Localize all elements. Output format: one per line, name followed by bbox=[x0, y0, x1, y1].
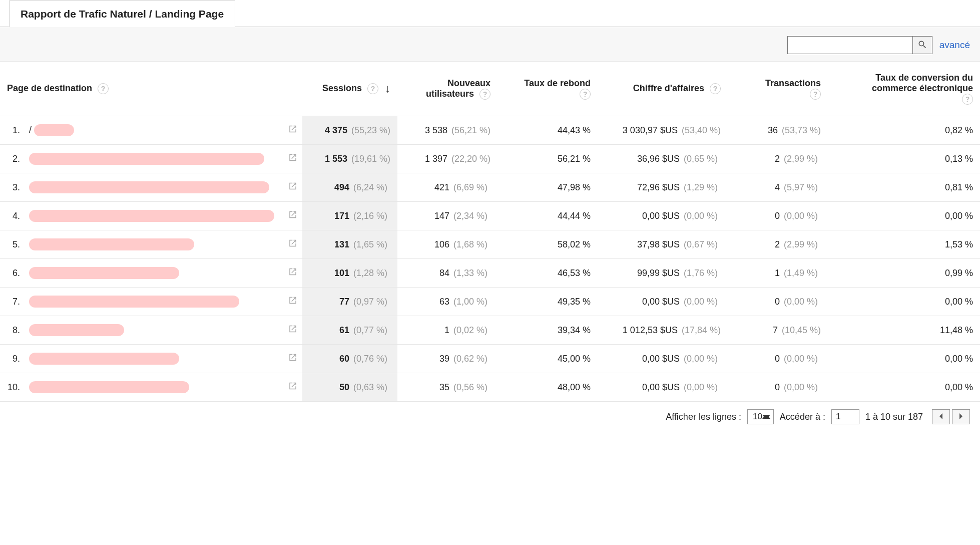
sort-descending-icon: ↓ bbox=[385, 82, 390, 95]
landing-page-cell[interactable]: / bbox=[22, 116, 302, 145]
open-external-icon[interactable] bbox=[288, 153, 297, 165]
prev-page-button[interactable] bbox=[932, 409, 950, 424]
redacted-path bbox=[34, 124, 74, 136]
col-new-users[interactable]: Nouveaux utilisateurs ? bbox=[397, 62, 498, 116]
transactions-cell: 0(0,00 %) bbox=[728, 288, 828, 316]
new-users-cell: 147(2,34 %) bbox=[397, 202, 498, 230]
landing-page-cell[interactable] bbox=[22, 288, 302, 316]
new-users-cell: 106(1,68 %) bbox=[397, 230, 498, 259]
open-external-icon[interactable] bbox=[288, 267, 297, 279]
col-landing-page[interactable]: Page de destination ? bbox=[0, 62, 302, 116]
search-input[interactable] bbox=[787, 36, 912, 54]
table-row[interactable]: 10.50(0,63 %)35(0,56 %)48,00 %0,00 $US(0… bbox=[0, 373, 980, 402]
landing-page-cell[interactable] bbox=[22, 230, 302, 259]
redacted-path bbox=[29, 238, 194, 250]
rows-per-page-select[interactable]: 10 bbox=[747, 409, 774, 424]
transactions-cell: 2(2,99 %) bbox=[728, 145, 828, 173]
redacted-path bbox=[29, 353, 179, 365]
row-index: 8. bbox=[0, 316, 22, 345]
landing-page-cell[interactable] bbox=[22, 173, 302, 202]
next-page-button[interactable] bbox=[952, 409, 970, 424]
landing-page-cell[interactable] bbox=[22, 316, 302, 345]
row-index: 9. bbox=[0, 345, 22, 373]
table-row[interactable]: 9.60(0,76 %)39(0,62 %)45,00 %0,00 $US(0,… bbox=[0, 345, 980, 373]
sessions-cell: 77(0,97 %) bbox=[302, 288, 397, 316]
help-icon[interactable]: ? bbox=[367, 83, 378, 94]
table-row[interactable]: 3.494(6,24 %)421(6,69 %)47,98 %72,96 $US… bbox=[0, 173, 980, 202]
revenue-cell: 0,00 $US(0,00 %) bbox=[598, 288, 728, 316]
table-row[interactable]: 4.171(2,16 %)147(2,34 %)44,44 %0,00 $US(… bbox=[0, 202, 980, 230]
redacted-path bbox=[29, 381, 189, 393]
help-icon[interactable]: ? bbox=[580, 89, 591, 100]
col-sessions[interactable]: Sessions ? ↓ bbox=[302, 62, 397, 116]
sessions-cell: 101(1,28 %) bbox=[302, 259, 397, 288]
sessions-cell: 50(0,63 %) bbox=[302, 373, 397, 402]
redacted-path bbox=[29, 181, 269, 193]
help-icon[interactable]: ? bbox=[962, 94, 973, 105]
bounce-rate-cell: 58,02 % bbox=[498, 230, 598, 259]
bounce-rate-cell: 47,98 % bbox=[498, 173, 598, 202]
col-transactions[interactable]: Transactions ? bbox=[728, 62, 828, 116]
new-users-cell: 84(1,33 %) bbox=[397, 259, 498, 288]
transactions-cell: 0(0,00 %) bbox=[728, 202, 828, 230]
ecom-cr-cell: 0,00 % bbox=[828, 373, 980, 402]
row-index: 1. bbox=[0, 116, 22, 145]
revenue-cell: 3 030,97 $US(53,40 %) bbox=[598, 116, 728, 145]
transactions-cell: 2(2,99 %) bbox=[728, 230, 828, 259]
table-row[interactable]: 1./ 4 375(55,23 %)3 538(56,21 %)44,43 %3… bbox=[0, 116, 980, 145]
open-external-icon[interactable] bbox=[288, 125, 297, 136]
table-row[interactable]: 5.131(1,65 %)106(1,68 %)58,02 %37,98 $US… bbox=[0, 230, 980, 259]
sessions-cell: 171(2,16 %) bbox=[302, 202, 397, 230]
landing-page-cell[interactable] bbox=[22, 373, 302, 402]
show-rows-label: Afficher les lignes : bbox=[666, 412, 741, 422]
tab-bar: Rapport de Trafic Naturel / Landing Page bbox=[0, 0, 980, 27]
col-ecom-cr[interactable]: Taux de conversion du commerce électroni… bbox=[828, 62, 980, 116]
ecom-cr-cell: 0,00 % bbox=[828, 202, 980, 230]
new-users-cell: 35(0,56 %) bbox=[397, 373, 498, 402]
active-tab[interactable]: Rapport de Trafic Naturel / Landing Page bbox=[9, 1, 235, 27]
revenue-cell: 0,00 $US(0,00 %) bbox=[598, 373, 728, 402]
help-icon[interactable]: ? bbox=[479, 89, 491, 100]
landing-page-cell[interactable] bbox=[22, 145, 302, 173]
table-row[interactable]: 8.61(0,77 %)1(0,02 %)39,34 %1 012,53 $US… bbox=[0, 316, 980, 345]
goto-input[interactable] bbox=[831, 409, 859, 424]
help-icon[interactable]: ? bbox=[710, 83, 721, 94]
open-external-icon[interactable] bbox=[288, 382, 297, 393]
chevron-right-icon bbox=[958, 413, 963, 421]
open-external-icon[interactable] bbox=[288, 325, 297, 336]
table-row[interactable]: 2.1 553(19,61 %)1 397(22,20 %)56,21 %36,… bbox=[0, 145, 980, 173]
search-button[interactable] bbox=[912, 36, 932, 54]
revenue-cell: 0,00 $US(0,00 %) bbox=[598, 202, 728, 230]
sessions-cell: 131(1,65 %) bbox=[302, 230, 397, 259]
sessions-cell: 494(6,24 %) bbox=[302, 173, 397, 202]
sessions-cell: 61(0,77 %) bbox=[302, 316, 397, 345]
revenue-cell: 1 012,53 $US(17,84 %) bbox=[598, 316, 728, 345]
landing-page-cell[interactable] bbox=[22, 345, 302, 373]
table-row[interactable]: 7.77(0,97 %)63(1,00 %)49,35 %0,00 $US(0,… bbox=[0, 288, 980, 316]
bounce-rate-cell: 48,00 % bbox=[498, 373, 598, 402]
landing-page-cell[interactable] bbox=[22, 202, 302, 230]
row-index: 6. bbox=[0, 259, 22, 288]
col-bounce-rate[interactable]: Taux de rebond ? bbox=[498, 62, 598, 116]
open-external-icon[interactable] bbox=[288, 353, 297, 365]
ecom-cr-cell: 0,13 % bbox=[828, 145, 980, 173]
chevron-left-icon bbox=[938, 413, 943, 421]
open-external-icon[interactable] bbox=[288, 296, 297, 308]
new-users-cell: 3 538(56,21 %) bbox=[397, 116, 498, 145]
open-external-icon[interactable] bbox=[288, 182, 297, 193]
bounce-rate-cell: 44,43 % bbox=[498, 116, 598, 145]
transactions-cell: 7(10,45 %) bbox=[728, 316, 828, 345]
advanced-link[interactable]: avancé bbox=[939, 40, 970, 51]
bounce-rate-cell: 44,44 % bbox=[498, 202, 598, 230]
landing-page-cell[interactable] bbox=[22, 259, 302, 288]
help-icon[interactable]: ? bbox=[810, 89, 821, 100]
help-icon[interactable]: ? bbox=[98, 83, 109, 94]
row-index: 7. bbox=[0, 288, 22, 316]
open-external-icon[interactable] bbox=[288, 210, 297, 222]
revenue-cell: 0,00 $US(0,00 %) bbox=[598, 345, 728, 373]
table-row[interactable]: 6.101(1,28 %)84(1,33 %)46,53 %99,99 $US(… bbox=[0, 259, 980, 288]
col-revenue[interactable]: Chiffre d'affaires ? bbox=[598, 62, 728, 116]
open-external-icon[interactable] bbox=[288, 239, 297, 250]
ecom-cr-cell: 11,48 % bbox=[828, 316, 980, 345]
sessions-cell: 60(0,76 %) bbox=[302, 345, 397, 373]
